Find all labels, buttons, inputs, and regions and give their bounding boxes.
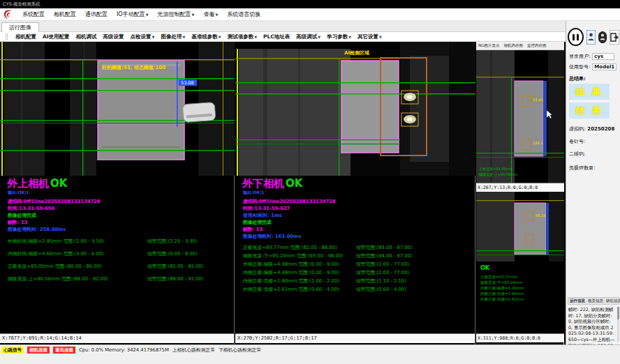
left-process-done: 图像处理完成	[8, 212, 36, 219]
panel-info-tabs: 运行信息 视觉信息 缺陷信息	[568, 297, 619, 305]
model-label: 使用型号:	[569, 63, 590, 70]
lower-camera-heartbeat-text: 下相机心跳检测正常	[219, 347, 261, 354]
virtual-code-row: 虚拟码: 20250208	[569, 126, 619, 132]
measurement-row: 隔膜宽度-上=90.56mm 范围:(88.00 - 92.00)报警范围:(8…	[8, 275, 231, 282]
door-exit-icon	[610, 33, 619, 42]
chevron-down-icon: ▼	[318, 35, 320, 39]
user-dark-button[interactable]	[598, 31, 607, 43]
right-top-camera-image[interactable]: 52.40 228.1 正极宽度=83.05mm 隔膜宽度-上=90.56mm	[476, 50, 564, 183]
measurement-row: 正极宽度=83.77mm 范围:(82.00 - 88.00)报警范围:(83.…	[243, 244, 466, 251]
mid-pixel-coords: X:270;Y:2502;R:17;G:17;B:17	[235, 333, 475, 343]
tab-run-image[interactable]: 运行图像	[1, 22, 39, 32]
tool-baseline-params[interactable]: 基准线参数▼	[191, 33, 221, 40]
mid-process-done: 图像处理完成	[243, 219, 272, 226]
white-tab-object	[182, 102, 216, 122]
menu-item-language-switch[interactable]: 系统语言切换	[227, 10, 260, 18]
app-logo-icon	[3, 9, 13, 20]
model-row: 使用型号: Model1	[569, 63, 619, 70]
mid-camera-status: OK	[286, 177, 302, 190]
person-icon	[588, 33, 594, 41]
window-title: CYS-视觉检测系统	[3, 1, 40, 7]
tool-test-item-params[interactable]: 测试项参数▼	[228, 33, 257, 40]
tool-advanced-debug[interactable]: 高级调试▼	[296, 33, 320, 40]
heartbeat-signal-badge: 心跳信号	[1, 347, 24, 354]
toolbar: 相机配置 AI使用配置 相机调试 高级设置 点检设置▼ 图像处理▼ 基准线参数▼…	[0, 32, 566, 42]
chevron-down-icon: ▼	[192, 13, 195, 17]
overlay-info-line: 内侧正极-负极=1.90mm	[480, 291, 524, 296]
menu-item-system-config[interactable]: 系统配置	[22, 10, 45, 18]
mid-camera-output: 输出:OK|1	[243, 190, 265, 196]
left-barcode: 虚拟码:0ff1line20250208133134728	[8, 198, 101, 205]
left-time: 时间:13-31-59-650	[8, 205, 54, 212]
menu-item-camera-config[interactable]: 相机配置	[54, 10, 76, 18]
left-pixel-coords: X:7677;Y:891;R:14;G:14;B:14	[0, 333, 234, 343]
overlay-value-label: 228.1	[533, 141, 542, 145]
virtual-code-label: 虚拟码:	[569, 126, 585, 132]
mid-camera-image[interactable]: AI检测区域	[235, 42, 475, 176]
tab-run-info[interactable]: 运行信息	[570, 298, 585, 303]
chevron-down-icon: ▼	[348, 35, 351, 39]
virtual-code-value: 20250208	[587, 126, 614, 132]
status-bar: 心跳信号 相机连接 通讯连接 Cpu: 0.0% Memory: 3424.41…	[0, 344, 620, 364]
toolbar-grip[interactable]	[6, 33, 8, 40]
right-bottom-pixel-coords: X:311;Y:980;R:0;G:0;B:0	[476, 333, 564, 342]
menu-item-comm-config[interactable]: 通讯配置	[85, 10, 108, 18]
tab-monitor-memory-image[interactable]: 监控内存图	[527, 43, 547, 48]
camera-connection-badge: 相机连接	[27, 347, 50, 354]
right-bottom-status: OK	[480, 265, 490, 271]
tab-vision-info[interactable]: 视觉信息	[588, 298, 603, 303]
chevron-down-icon: ▼	[254, 35, 257, 39]
menu-item-view[interactable]: 查看▼	[203, 10, 218, 18]
tool-camera-config[interactable]: 相机配置	[15, 33, 36, 40]
right-top-pixel-coords: X:267;Y:13;R:0;G:0;B:0	[476, 183, 564, 192]
side-panel: 登录用户: cys 使用型号: Model1 总结果: 结 果 结 果 虚拟码:…	[566, 21, 620, 344]
tab-ng-image-display[interactable]: NG图片显示	[478, 43, 499, 48]
measurement-row: 外侧正极-隔膜=4.38mm 范围:(0.00 - 9.00)报警范围:(2.0…	[243, 261, 466, 268]
menu-item-io-manual-config[interactable]: IO手动配置▼	[117, 10, 149, 18]
user-login-button[interactable]	[586, 30, 596, 45]
tool-plc-address-table[interactable]: PLC地址表	[263, 33, 290, 40]
measurement-row: 外侧正极-负极=2.61mm 范围:(0.60 - 4.00)报警范围:(0.6…	[243, 286, 466, 293]
measurement-row: 内侧正极-隔膜=4.38mm 范围:(0.00 - 9.00)报警范围:(2.0…	[243, 269, 466, 276]
ai-region-overlay: AI检测区域	[344, 50, 369, 56]
needle-number-label: 卷针号:	[569, 138, 619, 145]
exit-button[interactable]	[610, 30, 619, 45]
tool-spot-check-settings[interactable]: 点检设置▼	[131, 33, 155, 40]
chevron-down-icon: ▼	[219, 35, 221, 39]
left-elapsed: 图像处理耗时: 258.00ms	[8, 226, 66, 233]
left-measure-overlay: 53.08	[181, 80, 194, 86]
tab-row: 运行图像	[0, 21, 566, 32]
login-user-row: 登录用户: cys	[569, 53, 619, 60]
chevron-down-icon: ▼	[379, 35, 382, 39]
comm-connection-badge: 通讯连接	[53, 347, 75, 354]
person-icon	[600, 33, 605, 40]
overlay-info-line: 外侧正极-隔膜=4.38mm	[480, 286, 524, 291]
menu-bar: 系统配置 相机配置 通讯配置 IO手动配置▼ 光源控制配置▼ 查看▼ 系统语言切…	[0, 8, 620, 21]
main-area: 好的阈值:93, 动态阈值:100 53.08 外上相机OK 输出:OK|1 虚…	[0, 42, 566, 344]
chevron-down-icon: ▼	[146, 13, 149, 17]
overlay-value-label: 52.40	[533, 98, 542, 102]
left-camera-output: 输出:OK|1	[8, 190, 29, 196]
tab-camera-memory-image[interactable]: 相机内存图	[503, 43, 523, 48]
tool-ai-usage-config[interactable]: AI使用配置	[43, 33, 70, 40]
measurement-row: 内侧正极-负极=1.90mm 范围:(1.00 - 2.20)报警范围:(1.1…	[243, 278, 466, 285]
left-camera-image[interactable]: 好的阈值:93, 动态阈值:100 53.08	[0, 42, 235, 176]
model-value: Model1	[592, 63, 617, 70]
tool-camera-debug[interactable]: 相机调试	[76, 33, 97, 40]
tool-learning-params[interactable]: 学习参数▼	[327, 33, 351, 40]
menu-item-light-control-config[interactable]: 光源控制配置▼	[158, 10, 195, 18]
title-bar: CYS-视觉检测系统	[0, 0, 620, 8]
right-bottom-camera-image[interactable]: 95.24 OK 正极宽度=83.77mm 隔膜宽度-下=95.24mm 外侧正…	[476, 192, 564, 333]
overlay-value-label: 95.24	[536, 213, 545, 218]
overlay-info-line: 隔膜宽度-下=95.24mm	[480, 280, 523, 285]
tab-defect-info[interactable]: 缺陷信息	[606, 298, 620, 303]
tool-other-settings[interactable]: 其它设置▼	[357, 33, 382, 40]
mid-camera-title: 外下相机OK	[242, 177, 302, 190]
pause-button[interactable]	[568, 28, 584, 46]
overlay-info-line: 隔膜宽度-上=90.56mm	[479, 172, 517, 177]
total-result-label: 总结果:	[569, 75, 619, 82]
tool-image-processing[interactable]: 图像处理▼	[161, 33, 185, 40]
mid-barcode: 虚拟码:0ff1line20250208133134728	[243, 198, 336, 205]
log-scrollbar[interactable]	[617, 307, 619, 342]
tool-advanced-settings[interactable]: 高级设置	[103, 33, 124, 40]
